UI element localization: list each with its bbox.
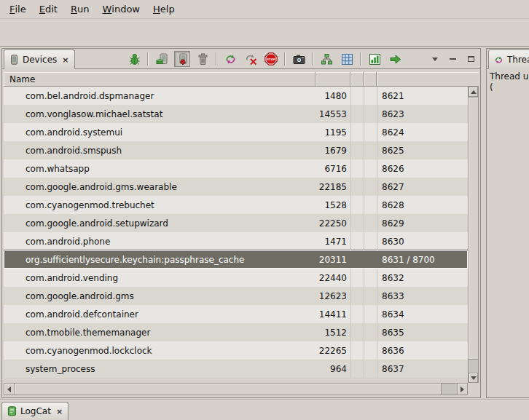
horizontal-scrollbar-thumb[interactable] (14, 383, 442, 395)
process-port: 8631 / 8700 (377, 250, 468, 269)
empty-cell (350, 214, 364, 232)
process-port: 8634 (377, 305, 468, 323)
process-pid: 22250 (316, 214, 350, 232)
maximize-icon[interactable] (464, 52, 478, 66)
debug-icon[interactable] (126, 51, 142, 67)
process-pid: 1480 (316, 87, 350, 105)
menubar: File Edit Run Window Help (0, 0, 529, 19)
threads-message: Thread up ( (490, 71, 529, 93)
threads-message-line1: Thread up (490, 71, 529, 82)
close-icon[interactable]: × (56, 408, 63, 416)
process-pid: 964 (316, 360, 350, 378)
table-row[interactable]: com.android.defcontainer 14411 8634 (4, 305, 468, 323)
stop-process-icon[interactable]: STOP (263, 51, 279, 67)
scroll-right-icon[interactable] (457, 383, 468, 395)
column-header-port[interactable] (377, 72, 479, 87)
empty-cell (364, 287, 377, 305)
pixel-perfect-icon[interactable] (339, 51, 355, 67)
process-pid: 12623 (316, 287, 350, 305)
empty-cell (364, 360, 377, 378)
process-pid: 6716 (316, 159, 350, 178)
empty-cell (350, 250, 364, 269)
process-port: 8625 (377, 141, 468, 159)
table-row[interactable]: com.android.systemui 1195 8624 (4, 123, 468, 141)
table-row[interactable]: com.google.android.setupwizard 22250 862… (4, 214, 468, 232)
empty-cell (364, 232, 377, 250)
table-header: Name (4, 72, 479, 87)
toolbar-separator (284, 52, 286, 66)
view-menu-icon[interactable] (428, 52, 442, 66)
devices-panel-header: Devices × (2, 49, 480, 69)
tab-threads[interactable]: Threads (488, 49, 529, 69)
process-pid: 1195 (316, 123, 350, 141)
process-name: com.bel.android.dspmanager (4, 87, 316, 105)
menu-item[interactable]: File (3, 0, 33, 18)
tab-devices[interactable]: Devices × (4, 49, 75, 69)
scroll-left-icon[interactable] (4, 383, 15, 395)
update-threads-icon[interactable] (222, 51, 238, 67)
process-table-body: com.bel.android.dspmanager 1480 8621 com… (4, 87, 468, 383)
capture-ui-hierarchy-icon[interactable] (318, 51, 334, 67)
empty-cell (364, 87, 377, 105)
process-name: com.cyanogenmod.trebuchet (4, 196, 316, 214)
process-name: com.android.defcontainer (4, 305, 316, 323)
vertical-scrollbar[interactable] (468, 87, 479, 383)
scroll-up-icon[interactable] (469, 87, 478, 97)
table-row[interactable]: com.cyanogenmod.lockclock 22265 8636 (4, 341, 468, 360)
process-port: 8628 (377, 196, 468, 214)
empty-cell (350, 269, 364, 287)
update-heap-icon[interactable] (154, 51, 170, 67)
process-port: 8624 (377, 123, 468, 141)
table-row[interactable]: org.sufficientlysecure.keychain:passphra… (4, 250, 468, 269)
process-port: 8633 (377, 287, 468, 305)
menu-item[interactable]: Window (95, 0, 146, 18)
main-area: Devices × (0, 46, 529, 400)
menu-item[interactable]: Help (146, 0, 181, 18)
vertical-scrollbar-thumb[interactable] (468, 97, 479, 360)
opengl-trace-icon[interactable] (387, 51, 403, 67)
screen-capture-icon[interactable] (291, 51, 307, 67)
process-table: Name com.bel.android.dspmanager 1480 (4, 72, 479, 395)
column-header-pid[interactable] (316, 72, 350, 87)
process-pid: 1512 (316, 323, 350, 341)
menu-item[interactable]: Run (64, 0, 96, 18)
menu-item[interactable]: Edit (33, 0, 64, 18)
system-info-icon[interactable] (367, 51, 383, 67)
column-header-empty[interactable] (350, 72, 364, 87)
process-name: com.android.vending (4, 269, 316, 287)
table-row[interactable]: system_process 964 8637 (4, 360, 468, 378)
column-header-empty[interactable] (364, 72, 377, 87)
process-name: system_process (4, 360, 316, 378)
dump-hprof-icon[interactable] (174, 51, 190, 67)
table-row[interactable]: com.google.android.gms.wearable 22185 86… (4, 178, 468, 196)
toolbar-separator (147, 52, 149, 66)
table-row[interactable]: com.tmobile.thememanager 1512 8635 (4, 323, 468, 341)
close-icon[interactable]: × (62, 56, 68, 64)
scroll-down-icon[interactable] (469, 373, 478, 383)
horizontal-scrollbar[interactable] (4, 383, 468, 395)
empty-cell (364, 178, 377, 196)
logcat-tab-icon (7, 406, 17, 416)
table-row[interactable]: com.bel.android.dspmanager 1480 8621 (4, 87, 468, 105)
empty-cell (364, 323, 377, 341)
empty-cell (364, 214, 377, 232)
stop-method-profiling-icon[interactable] (243, 51, 259, 67)
minimize-icon[interactable] (446, 52, 460, 66)
empty-cell (350, 341, 364, 360)
empty-cell (364, 196, 377, 214)
empty-cell (364, 159, 377, 178)
table-row[interactable]: com.cyanogenmod.trebuchet 1528 8628 (4, 196, 468, 214)
tab-logcat[interactable]: LogCat × (1, 402, 68, 420)
table-row[interactable]: com.whatsapp 6716 8626 (4, 159, 468, 178)
table-row[interactable]: com.vonglasow.michael.satstat 14553 8623 (4, 105, 468, 123)
column-header-name[interactable]: Name (4, 72, 316, 87)
empty-cell (350, 159, 364, 178)
process-name: com.tmobile.thememanager (4, 323, 316, 341)
process-port: 8629 (377, 214, 468, 232)
process-name: com.google.android.setupwizard (4, 214, 316, 232)
table-row[interactable]: com.android.vending 22440 8632 (4, 269, 468, 287)
table-row[interactable]: com.android.smspush 1679 8625 (4, 141, 468, 159)
table-row[interactable]: com.android.phone 1471 8630 (4, 232, 468, 250)
table-row[interactable]: com.google.android.gms 12623 8633 (4, 287, 468, 305)
cause-gc-icon[interactable] (195, 51, 211, 67)
